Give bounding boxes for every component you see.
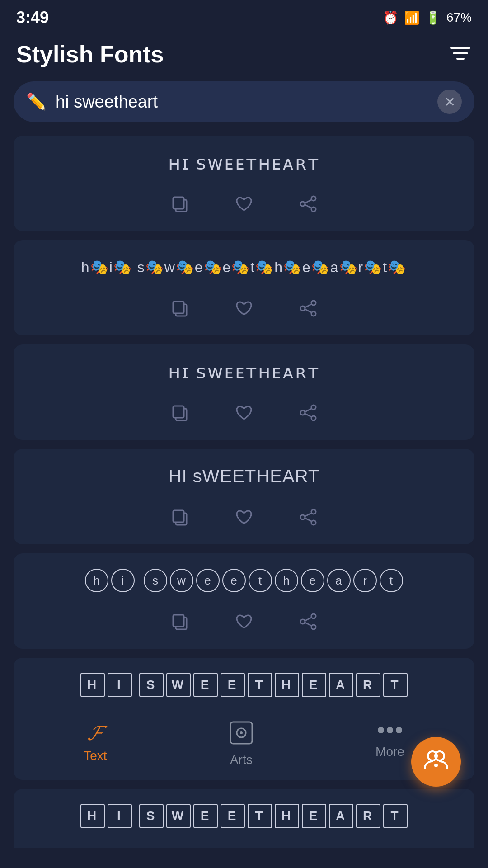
tab-more[interactable]: More <box>362 717 418 771</box>
boxed-R: R <box>356 673 380 697</box>
svg-point-26 <box>311 509 316 514</box>
circled-t2: t <box>380 569 403 592</box>
svg-point-20 <box>300 410 305 415</box>
svg-rect-18 <box>173 406 184 418</box>
svg-point-19 <box>311 405 316 410</box>
bottom-spacer <box>0 857 488 868</box>
share-button-2[interactable] <box>294 294 322 326</box>
font-card-4: HI sWEETHEART <box>14 449 474 544</box>
font-actions-4 <box>23 499 465 535</box>
like-button-1[interactable] <box>230 190 258 222</box>
status-time: 3:49 <box>16 8 49 27</box>
alarm-icon: ⏰ <box>383 10 399 25</box>
clear-button[interactable]: ✕ <box>437 90 462 114</box>
tab-arts[interactable]: Arts <box>216 717 267 771</box>
boxed-H: H <box>80 673 105 697</box>
font-display-1: ʜɪ ꜱᴡᴇᴇᴛʜᴇᴀʀᴛ <box>23 149 465 176</box>
svg-point-6 <box>300 202 305 206</box>
more-tab-label: More <box>375 745 404 759</box>
search-input[interactable] <box>56 92 428 112</box>
search-bar: ✏️ ✕ <box>14 81 474 122</box>
boxed-W: W <box>166 673 191 697</box>
circled-h2: h <box>275 569 298 592</box>
svg-point-27 <box>300 515 305 519</box>
like-button-5[interactable] <box>230 608 258 640</box>
svg-rect-4 <box>173 197 184 209</box>
svg-point-35 <box>311 625 316 629</box>
boxed2-E2: E <box>221 804 245 828</box>
circled-r: r <box>353 569 377 592</box>
like-button-2[interactable] <box>230 294 258 326</box>
share-button-3[interactable] <box>294 399 322 431</box>
font-card-5: h i s w e e t h e a r t <box>14 553 474 649</box>
svg-line-30 <box>305 518 311 521</box>
boxed2-W: W <box>166 804 191 828</box>
svg-line-22 <box>305 409 311 412</box>
svg-point-40 <box>240 731 243 734</box>
svg-point-13 <box>300 306 305 311</box>
boxed2-S: S <box>139 804 164 828</box>
svg-rect-25 <box>173 510 184 522</box>
font-display-4: HI sWEETHEART <box>23 462 465 490</box>
svg-point-5 <box>311 196 316 201</box>
boxed2-T: T <box>248 804 272 828</box>
copy-button-2[interactable] <box>166 294 194 326</box>
svg-point-34 <box>300 619 305 624</box>
copy-button-3[interactable] <box>166 399 194 431</box>
like-button-4[interactable] <box>230 503 258 535</box>
boxed2-A: A <box>329 804 353 828</box>
font-card-6: H I S W E E T H E A R T 𝓕 Text <box>14 658 474 780</box>
copy-button-1[interactable] <box>166 190 194 222</box>
svg-line-8 <box>305 200 311 203</box>
text-tab-icon: 𝓕 <box>88 721 103 745</box>
circled-e3: e <box>301 569 324 592</box>
copy-button-5[interactable] <box>166 608 194 640</box>
filter-button[interactable] <box>449 43 472 66</box>
svg-point-28 <box>311 520 316 525</box>
share-button-1[interactable] <box>294 190 322 222</box>
app-title: Stylish Fonts <box>16 41 164 68</box>
battery-percent: 67% <box>446 10 472 25</box>
font-card-3: ʜɪ ꜱᴡᴇᴇᴛʜᴇᴀʀᴛ <box>14 344 474 440</box>
circled-e2: e <box>222 569 246 592</box>
circled-i: i <box>111 569 135 592</box>
share-button-4[interactable] <box>294 503 322 535</box>
status-icons: ⏰ 📶 🔋 67% <box>383 10 472 25</box>
svg-point-12 <box>311 301 316 305</box>
font-card-1: ʜɪ ꜱᴡᴇᴇᴛʜᴇᴀʀᴛ <box>14 136 474 231</box>
boxed-E1: E <box>193 673 218 697</box>
svg-point-43 <box>396 727 402 733</box>
font-display-6: H I S W E E T H E A R T <box>23 671 465 698</box>
boxed-S: S <box>139 673 164 697</box>
font-display-3: ʜɪ ꜱᴡᴇᴇᴛʜᴇᴀʀᴛ <box>23 358 465 385</box>
svg-point-14 <box>311 311 316 316</box>
battery-icon: 🔋 <box>425 10 441 25</box>
boxed2-R: R <box>356 804 380 828</box>
font-actions-2 <box>23 290 465 326</box>
tab-text[interactable]: 𝓕 Text <box>70 717 120 771</box>
boxed2-E1: E <box>193 804 218 828</box>
boxed2-H: H <box>80 804 105 828</box>
card-tab-bar: 𝓕 Text Arts <box>23 708 465 771</box>
share-button-5[interactable] <box>294 608 322 640</box>
like-button-3[interactable] <box>230 399 258 431</box>
circled-s: s <box>144 569 167 592</box>
svg-line-37 <box>305 623 311 626</box>
header: Stylish Fonts <box>0 32 488 81</box>
signal-icon: 📶 <box>404 10 420 25</box>
boxed-I: I <box>108 673 132 697</box>
text-tab-label: Text <box>84 749 107 763</box>
copy-button-4[interactable] <box>166 503 194 535</box>
circled-a: a <box>327 569 351 592</box>
svg-point-33 <box>311 614 316 618</box>
svg-point-41 <box>378 727 384 733</box>
fab-button[interactable] <box>411 737 461 787</box>
status-bar: 3:49 ⏰ 📶 🔋 67% <box>0 0 488 32</box>
font-actions-3 <box>23 394 465 431</box>
svg-line-9 <box>305 205 311 208</box>
pencil-icon: ✏️ <box>26 92 47 111</box>
font-display-7: H I S W E E T H E A R T <box>23 802 465 830</box>
font-card-7-partial: H I S W E E T H E A R T <box>14 789 474 848</box>
svg-point-46 <box>434 764 438 767</box>
svg-point-7 <box>311 207 316 212</box>
